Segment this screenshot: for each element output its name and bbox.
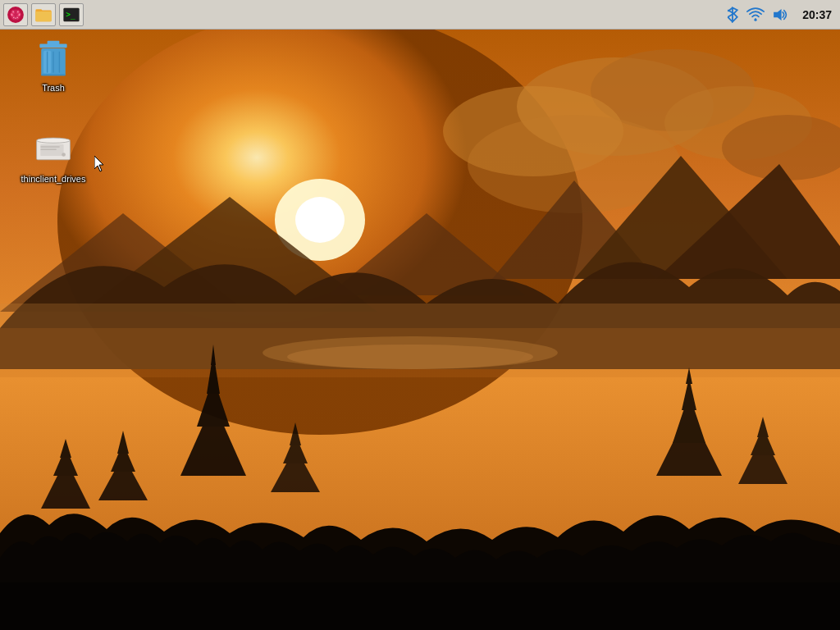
svg-rect-64 [48,41,60,45]
volume-tray-icon[interactable] [771,7,789,23]
terminal-icon: >_ [62,6,80,24]
svg-point-54 [13,16,14,17]
svg-marker-62 [774,8,781,20]
raspberry-menu-button[interactable] [3,3,28,26]
wifi-tray-icon[interactable] [746,7,765,22]
terminal-button[interactable]: >_ [59,3,84,26]
svg-point-3 [295,197,345,243]
taskbar: >_ [0,0,840,30]
svg-point-56 [15,17,16,18]
desktop-wallpaper [0,0,840,630]
svg-rect-77 [40,146,60,148]
svg-point-76 [62,153,66,157]
volume-icon [771,7,789,23]
svg-point-61 [754,18,756,21]
bluetooth-tray-icon[interactable] [725,7,740,23]
wifi-icon [746,7,765,22]
taskbar-right: 20:37 [717,7,840,23]
folder-icon [34,6,52,24]
thinclient-icon-image [34,130,73,170]
svg-point-51 [17,11,18,11]
svg-rect-78 [40,148,57,150]
raspberry-icon [7,6,25,24]
svg-point-50 [12,11,13,11]
thinclient-label: thinclient_drives [21,173,86,185]
drive-svg [35,135,71,166]
desktop: >_ [0,0,840,630]
trash-label: Trash [42,82,65,94]
thinclient-drives-icon[interactable]: thinclient_drives [16,127,90,188]
trash-icon[interactable]: Trash [16,36,90,97]
svg-point-52 [11,14,12,15]
taskbar-left: >_ [0,3,87,26]
system-clock: 20:37 [796,8,832,21]
svg-rect-38 [0,582,840,630]
svg-point-40 [287,345,533,369]
file-manager-button[interactable] [31,3,56,26]
svg-rect-70 [41,74,66,75]
svg-point-53 [19,14,20,15]
trash-icon-image [34,39,73,79]
svg-text:>_: >_ [66,10,75,20]
bluetooth-icon [725,7,740,23]
trash-svg [35,39,71,79]
svg-point-55 [17,16,18,17]
